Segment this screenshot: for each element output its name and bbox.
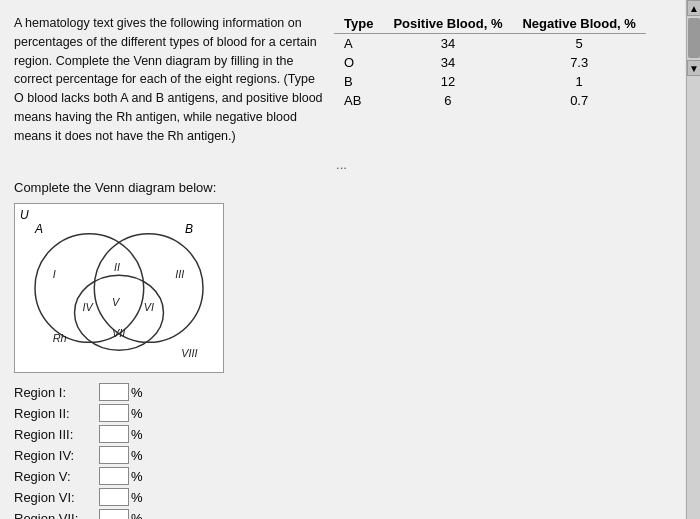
scrollbar[interactable]: ▲ ▼ — [686, 0, 700, 519]
cell-type: B — [334, 72, 383, 91]
region-row-5: Region V:% — [14, 467, 669, 485]
region-label-5: Region V: — [14, 469, 99, 484]
cell-type: AB — [334, 91, 383, 110]
region-pct-7: % — [131, 511, 143, 519]
cell-negative: 0.7 — [512, 91, 645, 110]
table-row: A 34 5 — [334, 34, 646, 54]
cell-type: A — [334, 34, 383, 54]
complete-label: Complete the Venn diagram below: — [14, 180, 669, 195]
table-row: B 12 1 — [334, 72, 646, 91]
table-row: O 34 7.3 — [334, 53, 646, 72]
dots-separator: ... — [14, 157, 669, 172]
svg-text:V: V — [112, 296, 121, 308]
scroll-down-button[interactable]: ▼ — [687, 60, 700, 76]
svg-text:III: III — [175, 268, 184, 280]
region-pct-1: % — [131, 385, 143, 400]
cell-negative: 5 — [512, 34, 645, 54]
region-row-1: Region I:% — [14, 383, 669, 401]
region-input-4[interactable] — [99, 446, 129, 464]
svg-text:I: I — [53, 268, 56, 280]
col-header-positive: Positive Blood, % — [383, 14, 512, 34]
col-header-negative: Negative Blood, % — [512, 14, 645, 34]
region-input-7[interactable] — [99, 509, 129, 519]
col-header-type: Type — [334, 14, 383, 34]
region-row-7: Region VII:% — [14, 509, 669, 519]
region-pct-6: % — [131, 490, 143, 505]
region-input-2[interactable] — [99, 404, 129, 422]
region-label-6: Region VI: — [14, 490, 99, 505]
region-row-2: Region II:% — [14, 404, 669, 422]
cell-type: O — [334, 53, 383, 72]
problem-description: A hematology text gives the following in… — [14, 16, 323, 143]
cell-positive: 34 — [383, 53, 512, 72]
main-content: A hematology text gives the following in… — [0, 0, 685, 519]
region-input-1[interactable] — [99, 383, 129, 401]
region-label-2: Region II: — [14, 406, 99, 421]
region-input-6[interactable] — [99, 488, 129, 506]
svg-point-1 — [94, 234, 203, 343]
region-label-4: Region IV: — [14, 448, 99, 463]
table-row: AB 6 0.7 — [334, 91, 646, 110]
cell-positive: 12 — [383, 72, 512, 91]
region-row-3: Region III:% — [14, 425, 669, 443]
svg-text:II: II — [114, 261, 120, 273]
top-section: A hematology text gives the following in… — [14, 14, 669, 145]
region-pct-5: % — [131, 469, 143, 484]
region-input-5[interactable] — [99, 467, 129, 485]
region-label-7: Region VII: — [14, 511, 99, 519]
region-input-3[interactable] — [99, 425, 129, 443]
scroll-up-button[interactable]: ▲ — [687, 0, 700, 16]
region-row-4: Region IV:% — [14, 446, 669, 464]
cell-negative: 7.3 — [512, 53, 645, 72]
problem-text: A hematology text gives the following in… — [14, 14, 324, 145]
region-label-1: Region I: — [14, 385, 99, 400]
cell-positive: 6 — [383, 91, 512, 110]
region-pct-4: % — [131, 448, 143, 463]
region-pct-3: % — [131, 427, 143, 442]
scrollbar-thumb[interactable] — [688, 18, 700, 58]
venn-diagram: U A B I II III IV V — [14, 203, 224, 373]
region-row-6: Region VI:% — [14, 488, 669, 506]
region-label-3: Region III: — [14, 427, 99, 442]
svg-point-0 — [35, 234, 144, 343]
region-inputs: Region I:%Region II:%Region III:%Region … — [14, 383, 669, 519]
svg-text:VI: VI — [144, 301, 154, 313]
cell-positive: 34 — [383, 34, 512, 54]
data-table: Type Positive Blood, % Negative Blood, %… — [334, 14, 669, 145]
cell-negative: 1 — [512, 72, 645, 91]
region-pct-2: % — [131, 406, 143, 421]
svg-text:VII: VII — [112, 328, 125, 340]
svg-text:IV: IV — [82, 301, 94, 313]
svg-text:VIII: VIII — [181, 347, 197, 359]
svg-text:Rh: Rh — [53, 333, 67, 345]
